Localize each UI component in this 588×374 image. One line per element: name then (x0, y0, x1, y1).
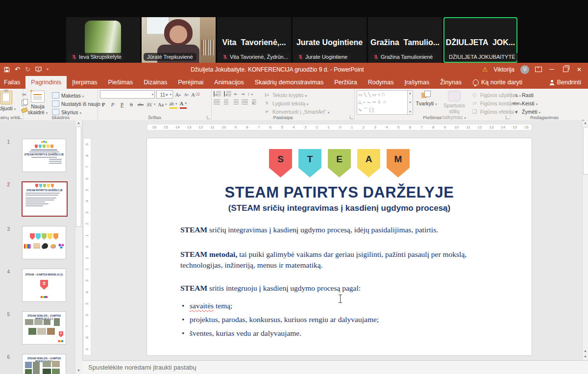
workspace: 1STEAM PATIRTYS DARŽELYJE2STEAM PATIRTYS… (0, 120, 588, 374)
select-button[interactable]: Žymėti (513, 108, 540, 115)
undo-icon[interactable]: ↶ (15, 66, 20, 73)
reset-button[interactable]: Nustatyti iš naujo (52, 100, 100, 107)
justify-icon[interactable] (242, 100, 248, 105)
scroll-down-icon[interactable]: ▼ (75, 369, 82, 372)
slide-thumbnail-3[interactable] (22, 226, 66, 259)
font-color-icon[interactable]: A (180, 100, 187, 109)
paragraph-dialog-launcher[interactable] (350, 116, 353, 119)
slide-thumbnail-6[interactable]: STEAM VEIKLOS – GAMTOS MOKSLAI (1.2.)S (22, 354, 66, 374)
save-icon[interactable] (4, 67, 10, 73)
italic-icon[interactable]: P (109, 101, 116, 108)
tab-zinynas[interactable]: Žinynas (435, 76, 467, 89)
start-slideshow-icon[interactable] (35, 67, 42, 72)
steam-pennant-banner: STEAM (147, 149, 532, 177)
warning-icon[interactable]: ⚠ (482, 66, 488, 73)
text-direction-button[interactable]: ∥ATeksto kryptis (263, 91, 329, 99)
shapes-gallery-scroll[interactable]: ▲▼▼ (408, 90, 413, 115)
slide-body-text[interactable]: STEAM sričių integravimas į kasdienį ugd… (180, 221, 505, 342)
highlight-color-icon[interactable]: ab (170, 100, 177, 109)
slide-thumbnail-4[interactable]: STEAM – GAMTOS MOKSLAI (1)S (22, 269, 66, 302)
tab-rodymas[interactable]: Rodymas (363, 76, 399, 89)
shadow-icon[interactable]: abc (137, 101, 144, 108)
tab-perziura[interactable]: Peržiūra (329, 76, 363, 89)
customize-qat-icon[interactable]: ▾ (47, 67, 49, 72)
shapes-gallery[interactable]: ▭╲╲▭○□ △⌐⌙⇨⇩☆ ∿⌒{} (357, 90, 408, 115)
replace-button[interactable]: abacKeisti (513, 100, 540, 107)
vertical-ruler[interactable]: 9876543210123456789 (83, 138, 91, 355)
participant-tile[interactable]: Vita Tavorienė,...Vita Tavorienė, Žydrūn… (217, 17, 291, 63)
tab-failas[interactable]: Failas (0, 76, 25, 89)
redo-icon[interactable]: ↻ (25, 66, 30, 73)
restore-button[interactable] (562, 67, 569, 72)
numbering-icon[interactable] (224, 91, 231, 97)
thumbnail-scrollbar[interactable]: ▲ ▼ (75, 120, 82, 374)
align-text-button[interactable]: ⇅Lygiuoti tekstą (263, 100, 329, 107)
character-spacing-icon[interactable]: A̲V̲ (147, 101, 155, 108)
increase-font-icon[interactable]: A▴ (174, 91, 181, 98)
tab-animacijos[interactable]: Animacijos (209, 76, 249, 89)
scroll-up-icon[interactable]: ▲ (75, 121, 82, 125)
thumbnail-scrollbar-thumb[interactable] (76, 126, 81, 227)
bold-icon[interactable]: P (100, 101, 107, 108)
tab-irasymas[interactable]: Įrašymas (399, 76, 435, 89)
slide-title[interactable]: STEAM PATIRTYS DARŽELYJE (147, 184, 532, 201)
share-button[interactable]: Bendrinti (549, 76, 588, 89)
horizontal-ruler[interactable]: 1615141312111098765432101234567891011121… (147, 124, 532, 130)
tab-iterpimas[interactable]: Įterpimas (67, 76, 102, 89)
collapse-ribbon-icon[interactable]: ⌃ (581, 119, 585, 124)
columns-icon[interactable] (251, 100, 257, 105)
font-name-combo[interactable]: ▾ (100, 90, 155, 99)
arrange-button[interactable]: Tvarkyti (415, 90, 438, 107)
line-spacing-icon[interactable]: ↕ (247, 92, 253, 97)
new-slide-button[interactable]: Nauja skaidrė (25, 90, 50, 116)
underline-icon[interactable]: P (119, 101, 125, 108)
tell-me-box[interactable]: Ką norite daryti (467, 76, 528, 89)
tab-skaidriu-demonstravimas[interactable]: Skaidrių demonstravimas (249, 76, 329, 89)
strikethrough-icon[interactable]: S (128, 101, 135, 108)
tab-piesimas[interactable]: Piešimas (103, 76, 139, 89)
tab-dizainas[interactable]: Dizainas (138, 76, 172, 89)
layout-button[interactable]: Maketas (52, 92, 100, 99)
decrease-font-icon[interactable]: A▾ (183, 91, 190, 98)
find-label: Rasti (522, 92, 534, 98)
slide-thumbnail-1[interactable]: STEAM PATIRTYS DARŽELYJE (22, 139, 66, 172)
previous-slide-icon[interactable]: ▲ (583, 349, 588, 352)
align-right-icon[interactable] (232, 100, 239, 105)
participant-tile[interactable]: Ieva Skrupskelytė (66, 17, 140, 63)
next-slide-icon[interactable]: ▼ (583, 355, 588, 358)
participant-tile[interactable]: Gražina Tamulio...Gražina Tamulionienė (368, 17, 442, 63)
ruler-number: 9 (229, 125, 241, 130)
ribbon-display-options-icon[interactable] (535, 67, 542, 72)
close-button[interactable]: ✕ (575, 66, 583, 73)
align-center-icon[interactable] (223, 100, 229, 105)
clear-formatting-icon[interactable]: A⌫ (191, 91, 200, 98)
paste-button[interactable]: Įklijuoti (0, 90, 19, 112)
participant-tile[interactable]: Jurate UogintieneJurate Uogintiene (293, 17, 367, 63)
change-case-icon[interactable]: Aa (158, 101, 167, 108)
participant-tile[interactable]: DŽIULJETA JOK...DŽIULJETA JOKUBAITYTĖ (443, 17, 517, 63)
participant-tile[interactable]: Jūratė Trepkuvienė (142, 17, 216, 63)
increase-indent-icon[interactable]: ⇥ (241, 92, 245, 97)
editor-scrollbar-thumb[interactable] (583, 127, 588, 175)
font-dialog-launcher[interactable] (207, 116, 210, 119)
notes-placeholder[interactable]: Spustelėkite norėdami įtraukti pastabų (82, 360, 588, 374)
editor-scrollbar[interactable]: ▲ ▲ ▼ (582, 120, 588, 360)
slide-canvas[interactable]: STEAM STEAM PATIRTYS DARŽELYJE (STEAM sr… (147, 138, 532, 355)
account-avatar[interactable]: V (520, 65, 529, 74)
slide-thumbnail-2[interactable]: STEAM PATIRTYS DARŽELYJE (22, 181, 68, 217)
tab-pagrindinis[interactable]: Pagrindinis (25, 76, 67, 89)
tab-perejimai[interactable]: Perėjimai (172, 76, 209, 89)
decrease-indent-icon[interactable]: ⇤ (234, 92, 238, 97)
account-name[interactable]: Viktorija (494, 66, 514, 73)
slide-subtitle[interactable]: (STEAM sričių integravimas į kasdienį ug… (147, 203, 532, 213)
smartart-button[interactable]: ⇄Konvertuoti į „SmartArt“ (263, 108, 329, 115)
layout-icon (52, 92, 59, 99)
drawing-dialog-launcher[interactable] (506, 116, 509, 119)
clipboard-dialog-launcher[interactable] (19, 116, 22, 119)
slide-thumbnail-5[interactable]: STEAM VEIKLOS – GAMTOS MOKSLAI (1.1.)S (22, 311, 66, 345)
bullets-icon[interactable] (214, 91, 221, 97)
find-button[interactable]: Rasti (513, 91, 540, 99)
minimize-button[interactable] (548, 69, 556, 70)
font-size-combo[interactable]: 11+▾ (156, 90, 173, 99)
align-left-icon[interactable] (214, 100, 220, 105)
